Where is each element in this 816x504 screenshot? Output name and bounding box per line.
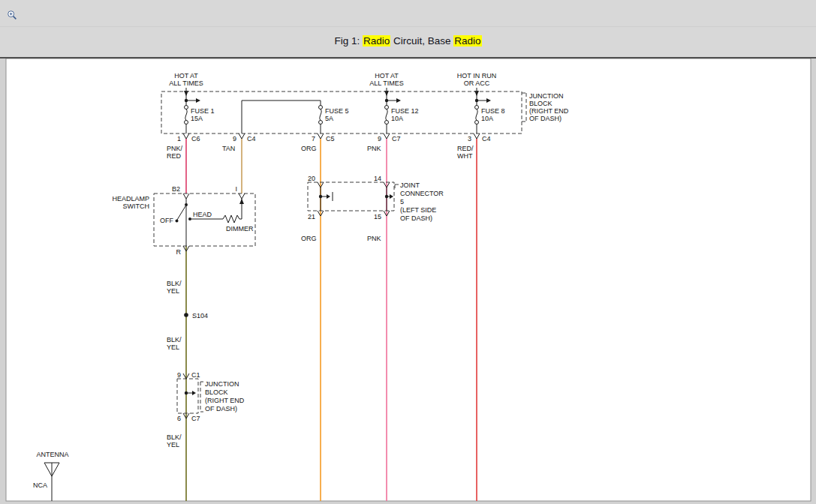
- pin-1-conn: C6: [191, 135, 200, 142]
- power-feed-3-line1: HOT IN RUN: [457, 72, 496, 80]
- figure-title: Fig 1: Radio Circuit, Base Radio: [0, 35, 816, 46]
- title-highlight-1: Radio: [363, 35, 390, 46]
- pin-2-conn: C4: [247, 135, 256, 142]
- switch-off-label: OFF: [160, 217, 173, 224]
- jb2-pin-bot-num: 6: [177, 415, 181, 422]
- blk-yel-label-1b: YEL: [167, 287, 179, 295]
- fuse-1-name: FUSE 1: [191, 107, 215, 115]
- fuse-12-rating: 10A: [391, 115, 403, 122]
- wire-label-org: ORG: [301, 145, 317, 152]
- fuse-5-rating: 5A: [325, 115, 333, 122]
- jb-top-label-1: JUNCTION: [529, 92, 564, 100]
- power-feed-1-line1: HOT AT: [174, 72, 198, 80]
- wire-label-red-wht-2: WHT: [457, 152, 473, 160]
- wiring-diagram: HOT AT ALL TIMES HOT AT ALL TIMES HOT IN…: [0, 58, 816, 504]
- jc-label-2: CONNECTOR: [400, 190, 444, 197]
- fuse-12-name: FUSE 12: [391, 107, 419, 115]
- pin-4-num: 9: [378, 135, 381, 142]
- jc-label-5: OF DASH): [400, 214, 432, 222]
- title-highlight-2: Radio: [453, 35, 481, 46]
- jc-pin-15: 15: [374, 213, 381, 220]
- switch-head-label: HEAD: [193, 211, 212, 218]
- jb-top-label-3: (RIGHT END: [529, 107, 569, 115]
- jb2-label-2: BLOCK: [205, 388, 228, 396]
- pin-2-num: 9: [233, 135, 236, 142]
- jb-top-label-4: OF DASH): [529, 115, 562, 122]
- wire-label-pnk-red-2: RED: [167, 152, 182, 160]
- blk-yel-label-1a: BLK/: [167, 280, 182, 287]
- jb-top-label-2: BLOCK: [529, 100, 553, 107]
- pin-4-conn: C7: [392, 135, 401, 142]
- title-mid: Circuit, Base: [390, 35, 453, 46]
- wire-label-pnk-red-1: PNK/: [167, 145, 183, 152]
- pin-5-num: 3: [468, 135, 471, 142]
- blk-yel-label-3b: YEL: [167, 441, 179, 448]
- splice-s104-label: S104: [192, 312, 208, 320]
- splice-s104-dot: [184, 313, 188, 317]
- jc-pin-21: 21: [308, 213, 315, 220]
- jc-label-3: 5: [400, 198, 404, 206]
- wire-label-org-2: ORG: [301, 235, 317, 242]
- pin-b2-label: B2: [172, 185, 180, 193]
- pin-3-conn: C5: [326, 135, 335, 142]
- jc-pin-20: 20: [308, 175, 315, 182]
- jb2-pin-top-num: 9: [177, 371, 181, 379]
- fuse-8-rating: 10A: [481, 115, 493, 122]
- figure-header: Fig 1: Radio Circuit, Base Radio: [0, 0, 816, 58]
- power-feed-3-line2: OR ACC: [464, 80, 490, 87]
- diagram-canvas[interactable]: [6, 58, 811, 501]
- pin-r-label: R: [176, 248, 182, 256]
- pin-i-label: I: [235, 185, 237, 193]
- blk-yel-label-2a: BLK/: [167, 336, 182, 344]
- jb2-pin-top-conn: C1: [191, 371, 200, 379]
- headlamp-switch-label-1: HEADLAMP: [112, 195, 149, 202]
- zoom-icon[interactable]: [7, 10, 18, 21]
- wire-label-red-wht-1: RED/: [457, 145, 474, 152]
- jb2-label-3: (RIGHT END: [205, 397, 245, 404]
- fuse-1-rating: 15A: [191, 115, 203, 122]
- nca-label: NCA: [33, 482, 47, 489]
- wire-label-pnk: PNK: [367, 145, 381, 152]
- dimmer-label: DIMMER: [226, 225, 254, 232]
- jb2-label-4: OF DASH): [205, 405, 237, 412]
- headlamp-switch-label-2: SWITCH: [123, 202, 150, 210]
- pin-3-num: 7: [312, 135, 315, 142]
- title-prefix: Fig 1:: [334, 35, 363, 46]
- fuse-5-name: FUSE 5: [325, 107, 349, 115]
- jc-label-4: (LEFT SIDE: [400, 206, 436, 214]
- wire-label-tan: TAN: [222, 145, 235, 152]
- wire-label-pnk-2: PNK: [367, 235, 381, 242]
- pin-1-num: 1: [177, 135, 181, 142]
- blk-yel-label-2b: YEL: [167, 344, 179, 351]
- antenna-label: ANTENNA: [36, 451, 68, 458]
- jb2-label-1: JUNCTION: [205, 380, 239, 388]
- power-feed-1-line2: ALL TIMES: [169, 80, 203, 87]
- power-feed-2-line1: HOT AT: [375, 72, 399, 80]
- toolbar: [0, 0, 816, 27]
- jc-pin-14: 14: [374, 175, 381, 182]
- jc-label-1: JOINT: [400, 182, 420, 189]
- fuse-8-name: FUSE 8: [481, 107, 505, 115]
- jb2-pin-bot-conn: C7: [191, 415, 200, 422]
- power-feed-2-line2: ALL TIMES: [369, 80, 404, 87]
- blk-yel-label-3a: BLK/: [167, 434, 182, 441]
- pin-5-conn: C4: [482, 135, 491, 142]
